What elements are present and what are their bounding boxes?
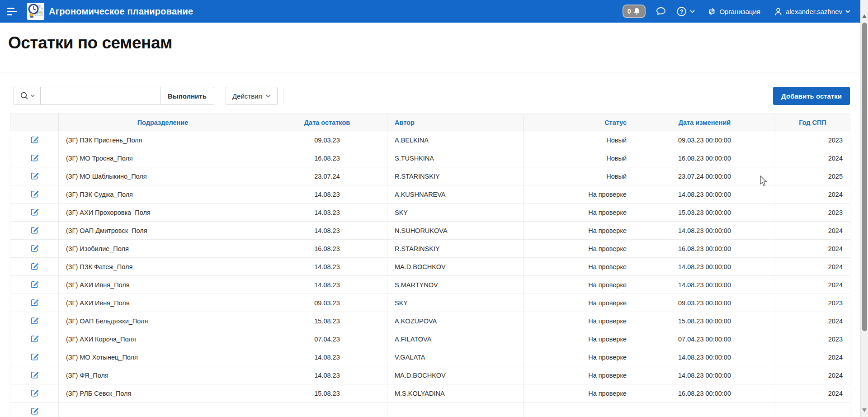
author-cell: R.STARINSKIY (387, 167, 524, 185)
date-cell: 14.08.23 (267, 185, 387, 204)
menu-toggle-icon[interactable] (7, 5, 21, 18)
author-cell: A.KUSHNAREVA (387, 185, 524, 204)
year-cell: 2024 (775, 312, 850, 330)
edit-row-button[interactable] (29, 297, 40, 309)
division-cell (59, 403, 267, 417)
edit-row-button[interactable] (29, 152, 40, 164)
division-cell: (ЗГ) МО Шаблыкино_Поля (59, 167, 267, 185)
table-row: (ЗГ) АХИ Ивня_Поля 14.08.23 S.MARTYNOV Н… (10, 276, 850, 294)
edit-icon (30, 334, 39, 343)
division-cell: (ЗГ) ОАП Дмитровск_Поля (59, 222, 267, 240)
edit-cell (10, 149, 59, 167)
year-cell: 2024 (775, 240, 850, 258)
division-cell: (ЗГ) Изобилие_Поля (59, 240, 267, 258)
author-cell: A.FILATOVA (387, 330, 524, 348)
chat-bubble-icon (656, 6, 666, 16)
toolbar-divider (283, 89, 283, 103)
user-icon (774, 7, 783, 16)
edit-row-button[interactable] (29, 225, 40, 237)
scrollbar-down-arrow-icon[interactable] (862, 408, 867, 412)
search-input[interactable] (41, 87, 160, 105)
year-cell: 2023 (775, 294, 850, 312)
edit-row-button[interactable] (29, 315, 40, 327)
division-cell: (ЗГ) МО Тросна_Поля (59, 149, 267, 167)
notifications-button[interactable]: 0 (623, 5, 646, 18)
date-cell: 14.08.23 (267, 348, 387, 366)
column-header-modified[interactable]: Дата изменений (634, 114, 775, 131)
column-header-date[interactable]: Дата остатков (267, 114, 387, 131)
scrollbar-thumb[interactable] (862, 23, 867, 331)
edit-cell (10, 312, 59, 330)
status-cell: На проверке (524, 384, 634, 403)
messages-button[interactable] (656, 6, 666, 16)
table-row: (ЗГ) АХИ Прохоровка_Поля 14.03.23 SKY На… (10, 204, 850, 222)
author-cell: S.MARTYNOV (387, 276, 524, 294)
date-cell: 16.08.23 (267, 240, 387, 258)
app-title: Агрономическое планирование (49, 6, 193, 17)
edit-row-button[interactable] (29, 243, 40, 255)
date-cell: 09.03.23 (267, 294, 387, 312)
window-scrollbar[interactable] (860, 0, 868, 417)
notifications-count: 0 (627, 8, 631, 15)
edit-row-button[interactable] (29, 406, 40, 417)
bell-icon (633, 7, 641, 15)
table-row: (ЗГ) МО Шаблыкино_Поля 23.07.24 R.STARIN… (10, 167, 850, 185)
date-cell (267, 403, 387, 417)
status-cell: На проверке (524, 348, 634, 366)
edit-icon (30, 352, 39, 361)
edit-icon (30, 135, 39, 144)
edit-row-button[interactable] (29, 333, 40, 345)
edit-cell (10, 167, 59, 185)
division-cell: (ЗГ) АХИ Ивня_Поля (59, 294, 267, 312)
user-menu-button[interactable]: alexander.sazhnev (774, 7, 850, 16)
status-cell: Новый (524, 131, 634, 149)
division-cell: (ЗГ) АХИ Ивня_Поля (59, 276, 267, 294)
table-row: (ЗГ) ПЗК Суджа_Поля 14.08.23 A.KUSHNAREV… (10, 185, 850, 204)
table-row: (ЗГ) МО Хотынец_Поля 14.08.23 V.GALATA Н… (10, 348, 850, 366)
column-header-division[interactable]: Подразделение (59, 114, 267, 131)
edit-icon (30, 370, 39, 379)
search-icon (20, 91, 29, 100)
edit-row-button[interactable] (29, 351, 40, 363)
status-cell: На проверке (524, 294, 634, 312)
table-row (10, 403, 850, 417)
edit-row-button[interactable] (29, 261, 40, 273)
author-cell: R.STARINSKIY (387, 240, 524, 258)
date-cell: 15.08.23 (267, 312, 387, 330)
edit-row-button[interactable] (29, 207, 40, 218)
edit-row-button[interactable] (29, 171, 40, 182)
add-remainders-button[interactable]: Добавить остатки (773, 87, 850, 105)
author-cell: V.GALATA (387, 348, 524, 366)
actions-menu-button[interactable]: Действия (226, 87, 278, 105)
edit-row-button[interactable] (29, 279, 40, 291)
column-header-status[interactable]: Статус (524, 114, 634, 131)
help-menu-button[interactable]: ? (676, 6, 695, 17)
author-cell: MA.D.BOCHKOV (387, 366, 524, 384)
modified-cell: 14.08.23 00:00:00 (634, 222, 775, 240)
status-cell: Новый (524, 167, 634, 185)
author-cell: S.TUSHKINA (387, 149, 524, 167)
column-header-year[interactable]: Год СПП (775, 114, 850, 131)
remainders-table: Подразделение Дата остатков Автор Статус… (10, 114, 850, 417)
chevron-down-icon (31, 95, 35, 97)
year-cell: 2024 (775, 276, 850, 294)
date-cell: 16.08.23 (267, 149, 387, 167)
division-cell: (ЗГ) ПЗК Фатеж_Поля (59, 258, 267, 276)
go-button[interactable]: Выполнить (160, 87, 214, 105)
scrollbar-up-arrow-icon[interactable] (862, 14, 867, 18)
division-cell: (ЗГ) ОАП Бельдяжки_Поля (59, 312, 267, 330)
column-header-author[interactable]: Автор (387, 114, 524, 131)
modified-cell: 09.03.23 00:00:00 (634, 294, 775, 312)
status-cell: На проверке (524, 258, 634, 276)
search-column-selector[interactable] (14, 87, 41, 105)
organization-switcher[interactable]: Организация (708, 7, 760, 16)
edit-row-button[interactable] (29, 134, 40, 146)
table-row: (ЗГ) ПЗК Фатеж_Поля 14.08.23 MA.D.BOCHKO… (10, 258, 850, 276)
edit-row-button[interactable] (29, 189, 40, 200)
table-row: (ЗГ) МО Тросна_Поля 16.08.23 S.TUSHKINA … (10, 149, 850, 167)
edit-row-button[interactable] (29, 370, 40, 381)
edit-row-button[interactable] (29, 388, 40, 399)
status-cell: На проверке (524, 330, 634, 348)
division-cell: (ЗГ) ФЯ_Поля (59, 366, 267, 384)
division-cell: (ЗГ) ПЗК Пристень_Поля (59, 131, 267, 149)
